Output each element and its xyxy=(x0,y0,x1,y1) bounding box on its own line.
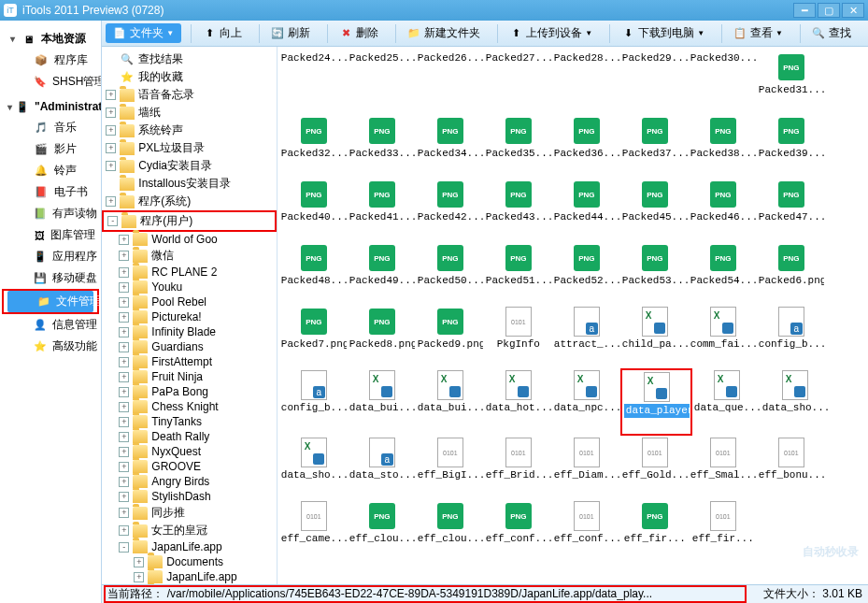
expand-icon[interactable]: + xyxy=(106,125,116,136)
toolbar-button[interactable]: 📄文件夹▼ xyxy=(106,23,181,43)
tree-node[interactable]: Installous安装目录 xyxy=(102,175,277,193)
file-item[interactable]: 0101eff_Brid... xyxy=(484,436,552,499)
file-item[interactable]: data_sho... xyxy=(761,368,829,432)
expand-icon[interactable]: - xyxy=(107,216,118,226)
expand-icon[interactable]: + xyxy=(119,477,129,487)
tree-node[interactable]: +GROOVE xyxy=(102,459,277,474)
file-item[interactable]: PNGPacked42... xyxy=(416,178,484,241)
expand-icon[interactable]: + xyxy=(119,525,129,536)
tree-node[interactable]: +Cydia安装目录 xyxy=(102,157,277,175)
minimize-button[interactable]: ━ xyxy=(793,3,816,18)
file-item[interactable]: data_sto... xyxy=(348,436,416,499)
tree-node[interactable]: +墙纸 xyxy=(102,104,277,122)
file-item[interactable]: data_npc... xyxy=(552,368,620,432)
file-item[interactable]: Packed30... xyxy=(689,50,757,69)
file-item[interactable]: Packed26... xyxy=(416,50,484,69)
tree-node[interactable]: +NyxQuest xyxy=(102,444,277,459)
toolbar-button[interactable]: 🔍查找 xyxy=(804,23,859,43)
toolbar-button[interactable]: ⬇下载到电脑▼ xyxy=(614,23,712,43)
expand-icon[interactable]: + xyxy=(119,447,129,457)
file-item[interactable]: PNGPacked38... xyxy=(689,114,757,178)
sidebar-item[interactable]: 📕电子书 xyxy=(0,181,101,203)
expand-icon[interactable]: + xyxy=(106,143,116,153)
file-item[interactable]: Packed29... xyxy=(620,50,689,69)
maximize-button[interactable]: ▢ xyxy=(818,3,840,18)
sidebar-item[interactable]: 💾移动硬盘 xyxy=(0,267,101,289)
toolbar-button[interactable]: ✖删除 xyxy=(332,23,386,43)
file-item[interactable]: 0101eff_came... xyxy=(279,499,348,563)
file-item[interactable]: PNGPacked49... xyxy=(348,241,416,305)
file-item[interactable]: 0101eff_conf... xyxy=(552,499,620,563)
tree-node[interactable]: -JapanLife.app xyxy=(102,539,277,554)
file-item[interactable]: Packed27... xyxy=(484,50,552,69)
file-item[interactable]: data_que... xyxy=(692,368,761,432)
expand-icon[interactable]: + xyxy=(106,196,116,207)
expand-icon[interactable]: + xyxy=(119,267,129,278)
sidebar-item[interactable]: 🔔铃声 xyxy=(0,160,101,181)
toolbar-button[interactable]: 🔄刷新 xyxy=(263,23,318,43)
file-item[interactable]: PNGPacked45... xyxy=(620,178,689,241)
expand-icon[interactable]: + xyxy=(119,417,129,427)
tree-node[interactable]: +Pictureka! xyxy=(102,309,277,324)
toolbar-button[interactable]: ⬆向上 xyxy=(195,23,249,43)
expand-icon[interactable]: + xyxy=(119,462,129,472)
file-item[interactable]: PNGPacked43... xyxy=(484,178,552,241)
expand-icon[interactable]: + xyxy=(119,342,129,352)
expand-icon[interactable]: + xyxy=(106,90,116,100)
file-item[interactable]: PNGPacked40... xyxy=(279,178,348,241)
file-item[interactable]: PNGPacked33... xyxy=(348,114,416,178)
file-item[interactable]: PNGPacked47... xyxy=(757,178,825,241)
file-item[interactable]: 0101eff_BigI... xyxy=(416,436,484,499)
file-item[interactable]: data_sho... xyxy=(279,436,348,499)
sidebar-item[interactable]: 🎬影片 xyxy=(0,138,101,160)
file-item[interactable]: Packed28... xyxy=(552,50,620,69)
file-item[interactable]: PNGPacked51... xyxy=(484,241,552,305)
tree-node[interactable]: +Chess Knight xyxy=(102,399,277,414)
file-item[interactable]: PNGPacked48... xyxy=(279,241,348,305)
file-item[interactable]: PNGPacked6.png xyxy=(757,241,825,305)
tree-node[interactable]: +FirstAttempt xyxy=(102,354,277,369)
tree-node[interactable]: +PaPa Bong xyxy=(102,384,277,399)
tree-node[interactable]: +Fruit Ninja xyxy=(102,369,277,384)
file-item[interactable]: PNGPacked32... xyxy=(279,114,348,178)
tree-node[interactable]: +Youku xyxy=(102,280,277,294)
file-item[interactable]: data_bui... xyxy=(416,368,484,432)
file-item[interactable]: PNGPacked44... xyxy=(552,178,620,241)
file-item[interactable]: PNGPacked46... xyxy=(689,178,757,241)
file-item[interactable]: PNGPacked54... xyxy=(689,241,757,305)
expand-icon[interactable]: + xyxy=(106,108,116,118)
file-item[interactable]: Packed24... xyxy=(279,50,348,69)
expand-icon[interactable]: + xyxy=(119,372,129,382)
expand-icon[interactable]: + xyxy=(106,161,116,171)
expand-icon[interactable]: + xyxy=(119,235,129,245)
file-item[interactable]: data_player.csv xyxy=(622,370,690,434)
expand-icon[interactable]: + xyxy=(119,432,129,442)
sidebar-item[interactable]: 🖼图库管理 xyxy=(0,224,101,246)
tree-node[interactable]: +Documents xyxy=(102,554,277,569)
tree-node[interactable]: +PXL垃圾目录 xyxy=(102,139,277,157)
expand-icon[interactable]: + xyxy=(119,312,129,323)
sidebar-item[interactable]: 🔖SHSH管理 xyxy=(0,71,101,93)
tree-node[interactable]: +Angry Birds xyxy=(102,474,277,489)
close-button[interactable]: ✕ xyxy=(842,3,864,18)
file-item[interactable]: PNGPacked52... xyxy=(552,241,620,305)
sidebar-item[interactable]: 📁文件管理 xyxy=(7,291,93,312)
file-item[interactable]: PNGPacked50... xyxy=(416,241,484,305)
tree-node[interactable]: -程序(用户) xyxy=(104,212,275,230)
file-item[interactable]: attract_... xyxy=(552,305,620,368)
tree-node[interactable]: +女王的皇冠 xyxy=(102,522,277,539)
tree-node[interactable]: +JapanLife.app xyxy=(102,569,277,584)
tree-node[interactable]: +Pool Rebel xyxy=(102,294,277,309)
expand-icon[interactable]: + xyxy=(119,297,129,308)
tree-node[interactable]: +Infinity Blade xyxy=(102,324,277,339)
tree-node[interactable]: +TinyTanks xyxy=(102,414,277,429)
expand-icon[interactable]: + xyxy=(119,327,129,337)
file-item[interactable]: PNGeff_fir... xyxy=(620,499,689,563)
file-item[interactable]: PNGPacked37... xyxy=(620,114,689,178)
file-item[interactable]: PNGPacked36... xyxy=(552,114,620,178)
tree-node[interactable]: +StylishDash xyxy=(102,489,277,504)
file-item[interactable]: PNGPacked9.png xyxy=(416,305,484,368)
file-item[interactable]: PNGeff_clou... xyxy=(416,499,484,563)
tree-node[interactable]: +RC PLANE 2 xyxy=(102,265,277,280)
file-item[interactable]: PNGPacked41... xyxy=(348,178,416,241)
